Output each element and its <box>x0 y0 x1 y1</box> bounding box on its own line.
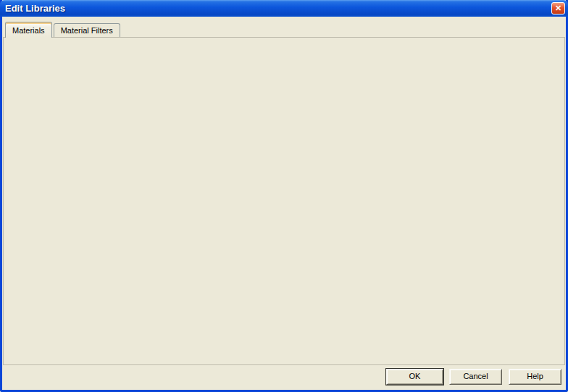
tab-page <box>3 37 565 365</box>
ok-button[interactable]: OK <box>386 369 443 385</box>
help-button[interactable]: Help <box>509 369 561 385</box>
close-button[interactable]: ✕ <box>551 2 565 14</box>
window-title: Edit Libraries <box>5 3 65 14</box>
cancel-button[interactable]: Cancel <box>449 369 502 385</box>
tab-material-filters[interactable]: Material Filters <box>54 23 120 37</box>
close-icon: ✕ <box>555 4 561 12</box>
tab-materials[interactable]: Materials <box>5 22 52 38</box>
title-bar: Edit Libraries <box>0 0 568 17</box>
tab-strip: Materials Material Filters <box>5 21 122 37</box>
